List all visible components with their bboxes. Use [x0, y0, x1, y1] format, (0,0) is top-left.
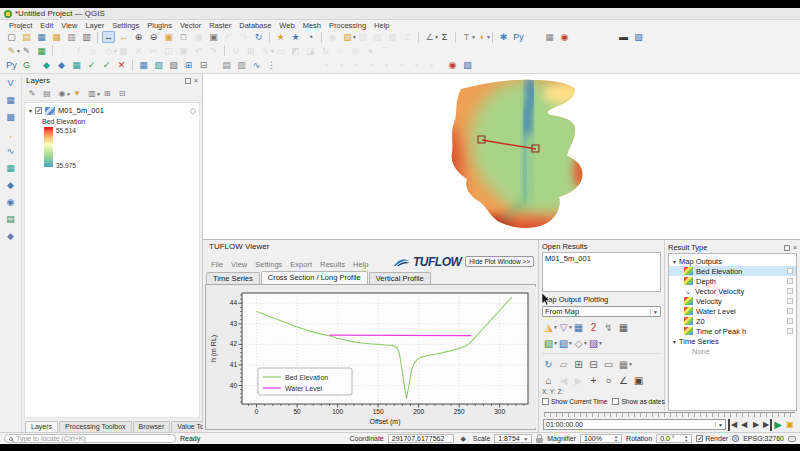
deselect-features-icon[interactable]: ▨ — [356, 31, 369, 43]
show-bookmarks-icon[interactable]: ★ — [274, 31, 287, 43]
nav-zoom-icon[interactable]: ○ — [602, 374, 615, 387]
zoom-to-layer-icon[interactable]: ▣ — [207, 31, 220, 43]
locate-search-input[interactable]: Type to locate (Ctrl+K) — [4, 434, 176, 443]
open-attribute-table-icon[interactable]: ▦ — [386, 31, 399, 43]
dock-close-button[interactable]: × — [793, 244, 797, 251]
grid-remove-icon[interactable]: ⊟ — [197, 59, 210, 71]
new-project-icon[interactable]: ▢ — [5, 31, 18, 43]
animation-export-button[interactable]: ▣ — [784, 419, 796, 431]
gray-tool-3-icon[interactable]: ▫ — [350, 59, 363, 71]
grid-add-icon[interactable]: ⊞ — [182, 59, 195, 71]
tuflow-menu-results[interactable]: Results — [316, 260, 349, 269]
layer-name[interactable]: M01_5m_001 — [58, 106, 104, 115]
plot-source-combo[interactable]: From Map ▼ — [542, 306, 661, 317]
plugin-grid-icon[interactable]: ▦ — [543, 31, 556, 43]
scale-combo[interactable]: 1:8754▼ — [494, 434, 532, 443]
gray-tool-2-icon[interactable]: ▫ — [335, 59, 348, 71]
panel-float-button[interactable] — [185, 78, 191, 84]
gray-tool-1-icon[interactable]: ▫ — [320, 59, 333, 71]
menu-vector[interactable]: Vector — [176, 21, 205, 30]
menu-edit[interactable]: Edit — [36, 21, 57, 30]
gray-tool-4-icon[interactable]: ▫ — [365, 59, 378, 71]
manage-map-themes-icon[interactable]: ◉▼ — [56, 88, 68, 100]
panel-close-button[interactable]: × — [194, 77, 198, 84]
select-plot-data-icon[interactable]: ↯ — [602, 321, 615, 334]
remove-check-icon[interactable]: ✕ — [115, 59, 128, 71]
rotate-feature-icon[interactable]: ↻ — [319, 45, 332, 57]
play-button[interactable]: ▶ — [772, 419, 784, 431]
add-db-layer-icon[interactable]: ◆ — [4, 230, 18, 243]
add-mesh-layer-icon[interactable]: ∿ — [4, 145, 18, 158]
nav-save-icon[interactable]: ▣ — [632, 374, 645, 387]
add-vector-layer-icon[interactable]: ▦ — [4, 94, 18, 107]
text-annotation-icon[interactable]: T▼ — [460, 31, 473, 43]
plot-secondary-axis-icon[interactable]: ▦ — [572, 321, 585, 334]
menu-view[interactable]: View — [57, 21, 81, 30]
digitize-line-icon[interactable]: / — [72, 45, 85, 57]
freeze-axis-icon[interactable]: ⊞ — [572, 358, 585, 371]
tab-vertical-profile[interactable]: Vertical Profile — [369, 272, 431, 284]
expand-all-icon[interactable]: ⊞ — [101, 88, 113, 100]
gray-tool-6-icon[interactable]: ▫ — [395, 59, 408, 71]
add-ring-icon[interactable]: ◎ — [349, 45, 362, 57]
check-files-1-icon[interactable]: ✓ — [85, 59, 98, 71]
layout-manager-icon[interactable]: ▥ — [80, 31, 93, 43]
menu-settings[interactable]: Settings — [108, 21, 143, 30]
tree-item-bed-elevation[interactable]: Bed Elevation — [669, 266, 796, 276]
plot-options-icon[interactable]: ▦▼ — [617, 358, 630, 371]
reshape-features-icon[interactable]: ▭ — [274, 45, 287, 57]
cut-features-icon[interactable]: ✂ — [147, 45, 160, 57]
add-group-icon[interactable]: ▤ — [41, 88, 53, 100]
secondary-axis-icon[interactable] — [787, 288, 793, 294]
menu-processing[interactable]: Processing — [325, 21, 370, 30]
split-features-icon[interactable]: ◩ — [289, 45, 302, 57]
secondary-axis-icon[interactable] — [787, 278, 793, 284]
checkbox-icon[interactable] — [542, 398, 549, 405]
merge-features-icon[interactable]: ◪ — [304, 45, 317, 57]
map-canvas[interactable] — [203, 74, 800, 240]
plot-elevation-icon[interactable]: ◮▼ — [542, 321, 555, 334]
form-annotation-icon[interactable]: ◖▼ — [475, 31, 488, 43]
alert-tool-icon[interactable]: ◉ — [446, 59, 459, 71]
tracing-icon[interactable]: ∿▼ — [259, 45, 272, 57]
fill-ring-icon[interactable]: ● — [364, 45, 377, 57]
menu-plugins[interactable]: Plugins — [143, 21, 176, 30]
plot-flow-icon[interactable]: ▽▼ — [557, 321, 570, 334]
tree-caret-icon[interactable]: ▾ — [673, 338, 676, 345]
plugin-alert-icon[interactable]: ◉ — [558, 31, 571, 43]
add-spreadsheet-layer-icon[interactable]: ▤ — [4, 213, 18, 226]
simplify-feature-icon[interactable]: ○ — [334, 45, 347, 57]
snapping-options-icon[interactable]: ∪ — [229, 45, 242, 57]
menu-project[interactable]: Project — [5, 21, 36, 30]
extent-icon[interactable]: ◆ — [459, 433, 468, 445]
mesh-layer-a-icon[interactable]: ▧ — [152, 59, 165, 71]
save-project-as-icon[interactable]: ▦ — [50, 31, 63, 43]
zoom-last-icon[interactable]: ↶ — [222, 31, 235, 43]
map-plot-network-icon[interactable]: ◇▼ — [572, 337, 585, 350]
gray-tool-5-icon[interactable]: ▫ — [380, 59, 393, 71]
zoom-full-icon[interactable]: ▣ — [162, 31, 175, 43]
tree-item-map-outputs[interactable]: ▾Map Outputs — [669, 256, 796, 266]
wave-tool-icon[interactable]: ∿ — [250, 59, 263, 71]
remove-layer-icon[interactable]: ⊟ — [116, 88, 128, 100]
pan-to-selection-icon[interactable]: ↔ — [117, 31, 130, 43]
refresh-plot-icon[interactable]: ↻ — [542, 358, 555, 371]
checkbox-icon[interactable] — [612, 398, 619, 405]
python-console-icon[interactable]: Py — [512, 31, 525, 43]
legend-toggle-icon[interactable]: ▭ — [602, 358, 615, 371]
secondary-axis-icon[interactable] — [787, 268, 793, 274]
layer-expand-caret[interactable]: ▾ — [29, 107, 32, 114]
osgeo-plugin-icon[interactable]: G — [20, 59, 33, 71]
tree-item-none[interactable]: None — [669, 346, 796, 356]
cross-section-plot[interactable]: 0501001502002503004041424344Offset (m)h … — [208, 287, 536, 428]
tuflow-menu-help[interactable]: Help — [349, 260, 372, 269]
refresh-map-icon[interactable]: ↻ — [252, 31, 265, 43]
nav-forward-icon[interactable]: ▶ — [572, 374, 585, 387]
nav-subplots-icon[interactable]: ∠ — [617, 374, 630, 387]
time-combo[interactable]: 01:00:00.00 ▼ — [543, 419, 726, 430]
modify-attributes-icon[interactable]: ▦ — [117, 45, 130, 57]
menu-database[interactable]: Database — [235, 21, 275, 30]
hide-plot-window-button[interactable]: Hide Plot Window >> — [465, 256, 534, 267]
secondary-axis-icon[interactable] — [787, 298, 793, 304]
paste-features-icon[interactable]: ▣ — [177, 45, 190, 57]
